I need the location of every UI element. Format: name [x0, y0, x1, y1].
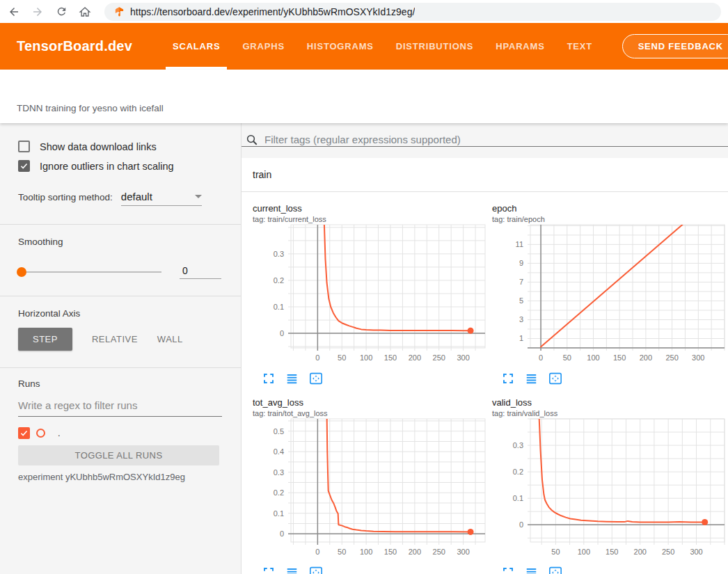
svg-text:300: 300 — [692, 353, 704, 362]
log-scale-icon[interactable] — [525, 566, 538, 574]
checkbox-checked-icon[interactable] — [18, 160, 30, 172]
smoothing-slider[interactable] — [18, 271, 161, 273]
svg-text:0: 0 — [519, 520, 523, 529]
smoothing-slider-thumb[interactable] — [17, 267, 26, 277]
runs-regex-input[interactable]: Write a regex to filter runs — [18, 399, 222, 417]
svg-text:200: 200 — [409, 548, 421, 556]
svg-text:200: 200 — [634, 548, 647, 556]
tab-histograms[interactable]: HISTOGRAMS — [300, 23, 381, 70]
chart-title: tot_avg_loss — [253, 397, 492, 408]
tab-hparams[interactable]: HPARAMS — [489, 23, 551, 70]
svg-text:200: 200 — [640, 353, 652, 362]
svg-text:7: 7 — [519, 278, 523, 286]
run-row[interactable]: . — [18, 427, 221, 439]
experiment-title: TDNN training for yesno with icefall — [17, 103, 164, 113]
smoothing-label: Smoothing — [18, 237, 221, 247]
fit-domain-icon[interactable] — [548, 566, 562, 574]
fullscreen-icon[interactable] — [262, 372, 275, 388]
log-scale-icon[interactable] — [285, 372, 299, 388]
svg-text:0: 0 — [315, 353, 319, 362]
smoothing-value-input[interactable]: 0 — [180, 265, 221, 279]
tag-group-card: train current_loss tag: train/current_lo… — [242, 158, 728, 574]
run-color-swatch[interactable] — [36, 429, 45, 438]
log-scale-icon[interactable] — [285, 566, 299, 574]
svg-text:0.2: 0.2 — [274, 276, 284, 285]
line-chart[interactable]: 0501001502002503001357911 — [492, 223, 728, 366]
tooltip-sorting-select[interactable]: default — [121, 191, 202, 206]
show-download-links-checkbox-row[interactable]: Show data download links — [18, 141, 221, 152]
chart-card-valid-loss: valid_loss tag: train/valid_loss 5010015… — [492, 397, 728, 574]
axis-step-button[interactable]: STEP — [18, 328, 72, 351]
svg-text:200: 200 — [409, 353, 421, 362]
fit-domain-icon[interactable] — [309, 566, 323, 574]
toggle-all-runs-button[interactable]: TOGGLE ALL RUNS — [18, 445, 219, 465]
line-chart[interactable]: 05010015020025030000.10.20.30.40.5 — [253, 417, 489, 560]
svg-text:250: 250 — [433, 548, 445, 556]
checkbox-unchecked-icon[interactable] — [18, 141, 30, 152]
svg-text:50: 50 — [338, 353, 346, 362]
forward-icon[interactable] — [31, 5, 45, 19]
ignore-outliers-checkbox-row[interactable]: Ignore outliers in chart scaling — [18, 160, 221, 172]
svg-text:300: 300 — [457, 548, 469, 556]
tab-distributions[interactable]: DISTRIBUTIONS — [389, 23, 481, 70]
tag-group-header[interactable]: train — [242, 158, 728, 192]
address-bar[interactable]: https://tensorboard.dev/experiment/yKUbh… — [104, 3, 721, 21]
line-chart[interactable]: 05010015020025030000.10.20.3 — [253, 223, 489, 366]
send-feedback-button[interactable]: SEND FEEDBACK — [622, 34, 728, 58]
svg-text:0.3: 0.3 — [274, 468, 284, 477]
home-icon[interactable] — [78, 5, 92, 19]
chart-tag: tag: train/epoch — [492, 215, 728, 223]
tab-scalars[interactable]: SCALARS — [166, 23, 227, 70]
svg-text:1: 1 — [519, 334, 523, 342]
svg-text:0.2: 0.2 — [274, 488, 284, 497]
log-scale-icon[interactable] — [525, 372, 538, 388]
reload-icon[interactable] — [54, 5, 68, 19]
brand-title: TensorBoard.dev — [17, 38, 132, 54]
svg-text:300: 300 — [457, 353, 469, 362]
svg-text:0: 0 — [280, 529, 284, 538]
runs-label: Runs — [18, 378, 221, 389]
svg-text:0: 0 — [280, 329, 284, 337]
search-icon — [246, 134, 258, 146]
fit-domain-icon[interactable] — [548, 372, 562, 388]
filter-tags-input[interactable]: Filter tags (regular expressions support… — [242, 123, 728, 147]
chevron-down-icon — [195, 195, 202, 198]
svg-text:5: 5 — [519, 296, 523, 305]
browser-toolbar: https://tensorboard.dev/experiment/yKUbh… — [0, 0, 728, 23]
horizontal-axis-label: Horizontal Axis — [18, 308, 221, 319]
chart-tag: tag: train/current_loss — [253, 215, 492, 223]
chart-title: current_loss — [253, 203, 492, 214]
axis-relative-button[interactable]: RELATIVE — [82, 328, 148, 351]
svg-text:150: 150 — [384, 353, 397, 362]
fullscreen-icon[interactable] — [502, 566, 514, 574]
chart-title: epoch — [492, 203, 728, 214]
svg-text:50: 50 — [338, 548, 346, 556]
tab-text[interactable]: TEXT — [560, 23, 599, 70]
svg-text:0: 0 — [539, 353, 543, 362]
svg-text:300: 300 — [690, 548, 702, 556]
back-icon[interactable] — [7, 5, 21, 19]
svg-text:150: 150 — [606, 548, 618, 556]
ignore-outliers-label: Ignore outliers in chart scaling — [40, 161, 174, 172]
svg-text:0.1: 0.1 — [274, 509, 284, 518]
fullscreen-icon[interactable] — [262, 566, 275, 574]
svg-text:0.1: 0.1 — [513, 494, 523, 502]
chart-card-epoch: epoch tag: train/epoch 05010015020025030… — [492, 203, 728, 388]
svg-text:0.2: 0.2 — [513, 468, 523, 476]
svg-text:250: 250 — [662, 548, 674, 556]
run-checkbox-checked-icon[interactable] — [18, 427, 30, 439]
tab-graphs[interactable]: GRAPHS — [235, 23, 291, 70]
show-download-links-label: Show data download links — [40, 141, 157, 152]
runs-regex-placeholder: Write a regex to filter runs — [18, 399, 137, 411]
tensorboard-favicon — [114, 6, 125, 17]
fit-domain-icon[interactable] — [309, 372, 323, 388]
svg-text:250: 250 — [433, 353, 445, 362]
url-text[interactable]: https://tensorboard.dev/experiment/yKUbh… — [130, 6, 415, 17]
svg-text:0: 0 — [315, 548, 319, 556]
svg-text:100: 100 — [360, 548, 372, 556]
svg-text:9: 9 — [519, 259, 523, 267]
axis-wall-button[interactable]: WALL — [148, 328, 193, 351]
fullscreen-icon[interactable] — [502, 372, 514, 388]
svg-text:0.3: 0.3 — [513, 441, 523, 449]
line-chart[interactable]: 5010015020025030000.10.20.3 — [492, 417, 728, 560]
